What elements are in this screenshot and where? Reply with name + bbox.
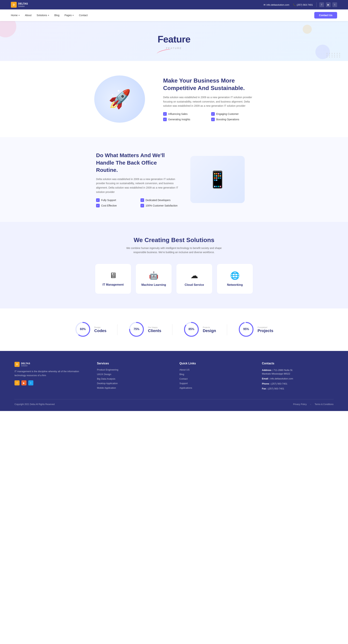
decor-circle-3 bbox=[303, 25, 312, 34]
svg-text:95%: 95% bbox=[243, 328, 249, 331]
competitive-checks: ✓ Influencing Sales ✓ Engaging Customer … bbox=[163, 112, 254, 121]
backoffice-image: 📱 bbox=[190, 156, 252, 203]
footer-fax: Fax : (257) 563-7401 bbox=[262, 387, 334, 390]
footer-contacts-col: Contacts Address : 711-2880 Nulla St. Ma… bbox=[262, 362, 334, 392]
footer-link-3[interactable]: Support bbox=[179, 382, 251, 385]
hero-section: Feature FEATURE bbox=[0, 21, 348, 61]
stat-label-clients: Our Happy Clients bbox=[148, 326, 161, 333]
terms-conditions-link[interactable]: Terms & Conditions bbox=[315, 403, 334, 406]
bo-check-label-0: Fully Support bbox=[101, 199, 116, 202]
top-bar: D DELTAS Solution ✉ info.deltasolution.c… bbox=[0, 0, 348, 10]
nav-pages[interactable]: Pages + bbox=[64, 14, 74, 17]
check-item-0: ✓ Influencing Sales bbox=[163, 112, 206, 116]
nav-home[interactable]: Home + bbox=[11, 14, 20, 17]
footer-links-separator: - bbox=[310, 403, 311, 406]
competitive-heading: Make Your Business More Competitive And … bbox=[163, 77, 254, 92]
copyright-text: Copyright 2021 Delta.All Rights Reserved bbox=[14, 403, 55, 406]
nav-solutions[interactable]: Solutions + bbox=[37, 14, 49, 17]
backoffice-checks: ✓ Fully Support ✓ Dedicated Developers ✓… bbox=[96, 198, 179, 208]
social-links: f ▶ t bbox=[317, 2, 337, 7]
footer-facebook-icon[interactable]: f bbox=[14, 380, 19, 386]
card-it-management[interactable]: 🖥 IT Management bbox=[95, 264, 131, 294]
footer-logo-icon: D bbox=[14, 362, 19, 367]
navbar: Home + About Solutions + Blog Pages + Co… bbox=[0, 10, 348, 21]
hero-title: Feature bbox=[11, 34, 337, 45]
bo-check-label-1: Dedicated Developers bbox=[146, 199, 171, 202]
networking-icon: 🌐 bbox=[222, 271, 247, 280]
check-icon-2: ✓ bbox=[163, 118, 167, 121]
bo-check-label-2: Cost Effective bbox=[101, 204, 117, 207]
logo: D DELTAS Solution bbox=[11, 2, 28, 8]
solutions-cards: 🖥 IT Management 🤖 Machine Learning ☁ Clo… bbox=[14, 264, 334, 294]
bo-check-label-3: 100% Customer Satisfaction bbox=[146, 204, 178, 207]
nav-about[interactable]: About bbox=[25, 14, 31, 17]
competitive-section: 🚀 Make Your Business More Competitive An… bbox=[0, 61, 348, 137]
stat-label-design: Projects Design bbox=[203, 326, 216, 333]
nav-blog[interactable]: Blog bbox=[54, 14, 59, 17]
svg-text:60%: 60% bbox=[80, 328, 86, 331]
footer-link-1[interactable]: Blog bbox=[179, 373, 251, 376]
cloud-service-title: Cloud Service bbox=[182, 283, 207, 286]
backoffice-section: Do What Matters And We'll Handle The Bac… bbox=[0, 137, 348, 222]
hero-subtitle: FEATURE bbox=[11, 47, 337, 50]
footer-service-2[interactable]: Big Data Analysis bbox=[97, 378, 169, 380]
footer-address: Address : 711-2880 Nulla St. Mankato Mis… bbox=[262, 368, 334, 376]
twitter-icon[interactable]: t bbox=[333, 2, 337, 7]
check-item-3: ✓ Boosting Operations bbox=[211, 118, 254, 121]
stat-circle-design: 85% bbox=[183, 321, 199, 338]
footer-about-text: IT management is the discipline whereby … bbox=[14, 370, 86, 378]
footer-quicklinks-col: Quick Links About US Blog Contact Suppor… bbox=[179, 362, 251, 392]
footer-social: f ▶ t bbox=[14, 380, 86, 386]
phone-illustration: 📱 bbox=[190, 156, 245, 203]
it-management-icon: 🖥 bbox=[101, 271, 126, 280]
check-icon-3: ✓ bbox=[211, 118, 215, 121]
footer-service-3[interactable]: Desktop Application bbox=[97, 382, 169, 385]
footer-link-4[interactable]: Applications bbox=[179, 386, 251, 389]
card-machine-learning[interactable]: 🤖 Machine Learning bbox=[136, 264, 172, 294]
check-label-1: Engaging Customer bbox=[216, 112, 239, 116]
privacy-policy-link[interactable]: Privacy Policy bbox=[293, 403, 307, 406]
footer-legal-links: Privacy Policy - Terms & Conditions bbox=[293, 403, 334, 406]
bo-check-2: ✓ Cost Effective bbox=[96, 204, 135, 208]
footer-services-title: Services bbox=[97, 362, 169, 365]
bo-check-0: ✓ Fully Support bbox=[96, 198, 135, 202]
footer-top: D DELTAS Solution IT management is the d… bbox=[14, 362, 334, 392]
footer-youtube-icon[interactable]: ▶ bbox=[21, 380, 26, 386]
footer-twitter-icon[interactable]: t bbox=[28, 380, 33, 386]
bo-check-1: ✓ Dedicated Developers bbox=[141, 198, 179, 202]
logo-name: DELTAS bbox=[18, 2, 28, 5]
cloud-service-icon: ☁ bbox=[182, 271, 207, 280]
footer-services-col: Services Product Engineering UI/UX Desig… bbox=[97, 362, 169, 392]
phone-icon: 📞 bbox=[293, 4, 296, 6]
check-label-3: Boosting Operations bbox=[216, 118, 239, 121]
footer-link-2[interactable]: Contact bbox=[179, 378, 251, 380]
competitive-image: 🚀 bbox=[94, 76, 152, 123]
card-networking[interactable]: 🌐 Networking bbox=[217, 264, 253, 294]
stat-circle-clients: 75% bbox=[128, 321, 145, 338]
top-contact-info: ✉ info.deltasolution.com 📞 (257) 563-740… bbox=[264, 2, 337, 7]
competitive-content: Make Your Business More Competitive And … bbox=[163, 77, 254, 122]
card-cloud-service[interactable]: ☁ Cloud Service bbox=[176, 264, 212, 294]
svg-text:75%: 75% bbox=[134, 328, 139, 331]
youtube-icon[interactable]: ▶ bbox=[326, 2, 331, 7]
footer-service-4[interactable]: Mobile Application bbox=[97, 386, 169, 389]
phone-info: 📞 (257) 563-7401 bbox=[293, 4, 313, 6]
footer-service-1[interactable]: UI/UX Design bbox=[97, 373, 169, 376]
solutions-section: We Creating Best Solutions We combine hu… bbox=[0, 222, 348, 309]
footer-link-0[interactable]: About US bbox=[179, 368, 251, 371]
nav-contact[interactable]: Contact bbox=[79, 14, 88, 17]
facebook-icon[interactable]: f bbox=[319, 2, 324, 7]
footer-service-0[interactable]: Product Engineering bbox=[97, 368, 169, 371]
stat-design: 85% Projects Design bbox=[183, 321, 216, 338]
check-item-2: ✓ Generating Insights bbox=[163, 118, 206, 121]
footer-contacts-title: Contacts bbox=[262, 362, 334, 365]
bo-check-icon-1: ✓ bbox=[141, 198, 144, 202]
machine-learning-icon: 🤖 bbox=[141, 271, 166, 280]
nav-links: Home + About Solutions + Blog Pages + Co… bbox=[11, 14, 88, 17]
check-label-0: Influencing Sales bbox=[168, 112, 187, 116]
footer: D DELTAS Solution IT management is the d… bbox=[0, 351, 348, 411]
check-label-2: Generating Insights bbox=[168, 118, 190, 121]
contact-us-button[interactable]: Contact Us bbox=[314, 12, 337, 18]
stat-divider-3 bbox=[227, 324, 227, 335]
footer-email: Email : info.deltasolution.com bbox=[262, 377, 334, 380]
